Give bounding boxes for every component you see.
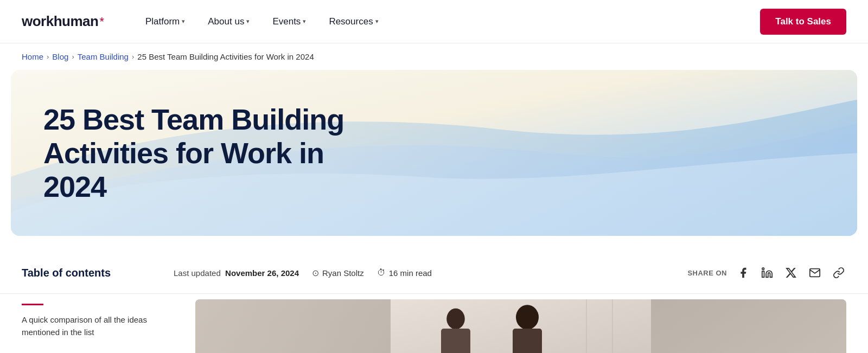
share-label: SHARE ON (687, 269, 727, 277)
copy-link-icon[interactable] (831, 265, 846, 280)
svg-point-6 (446, 309, 465, 329)
logo-wordmark: workhuman (22, 13, 98, 30)
read-time-label: 16 min read (389, 268, 432, 278)
svg-rect-7 (441, 329, 470, 353)
main-nav: workhuman* Platform ▾ About us ▾ Events … (0, 0, 868, 43)
hero-content: 25 Best Team Building Activities for Wor… (11, 70, 391, 236)
svg-rect-9 (513, 329, 542, 353)
breadcrumb-home[interactable]: Home (22, 52, 43, 61)
toc-item-1[interactable]: A quick comparison of all the ideas ment… (22, 314, 174, 338)
nav-item-about[interactable]: About us ▾ (199, 12, 258, 31)
author-info: ⊙ Ryan Stoltz (312, 268, 364, 278)
nav-item-resources[interactable]: Resources ▾ (320, 12, 387, 31)
svg-rect-4 (586, 299, 587, 353)
breadcrumb: Home › Blog › Team Building › 25 Best Te… (0, 43, 868, 70)
nav-resources-label: Resources (329, 16, 373, 27)
chevron-down-icon: ▾ (375, 18, 379, 25)
nav-item-platform[interactable]: Platform ▾ (137, 12, 194, 31)
facebook-share-icon[interactable] (736, 265, 751, 280)
read-time: ⏱ 16 min read (377, 268, 432, 278)
last-updated: Last updated November 26, 2024 (174, 268, 299, 278)
breadcrumb-sep-3: › (132, 53, 134, 61)
last-updated-prefix: Last updated (174, 268, 221, 278)
last-updated-date: November 26, 2024 (225, 268, 299, 278)
toc-content: A quick comparison of all the ideas ment… (22, 299, 174, 353)
nav-about-label: About us (208, 16, 244, 27)
breadcrumb-sep-1: › (47, 53, 49, 61)
breadcrumb-sep-2: › (72, 53, 74, 61)
nav-events-label: Events (272, 16, 301, 27)
clock-icon: ⏱ (377, 268, 386, 278)
toc-divider (22, 304, 43, 305)
meta-info: Last updated November 26, 2024 ⊙ Ryan St… (174, 268, 687, 278)
logo-star: * (99, 16, 104, 28)
breadcrumb-team-building[interactable]: Team Building (78, 52, 129, 61)
linkedin-share-icon[interactable] (760, 265, 775, 280)
hero-section: 25 Best Team Building Activities for Wor… (11, 70, 857, 236)
svg-rect-1 (762, 272, 764, 278)
chevron-down-icon: ▾ (182, 18, 185, 25)
email-share-icon[interactable] (807, 265, 822, 280)
breadcrumb-blog[interactable]: Blog (52, 52, 68, 61)
svg-rect-5 (612, 299, 613, 353)
logo[interactable]: workhuman* (22, 13, 104, 30)
nav-item-events[interactable]: Events ▾ (264, 12, 315, 31)
article-meta-bar: Table of contents Last updated November … (0, 252, 868, 294)
article-image (195, 299, 846, 353)
breadcrumb-current: 25 Best Team Building Activities for Wor… (137, 52, 314, 61)
hero-title: 25 Best Team Building Activities for Wor… (43, 102, 358, 203)
chevron-down-icon: ▾ (246, 18, 250, 25)
svg-point-8 (516, 305, 539, 330)
x-twitter-share-icon[interactable] (783, 265, 799, 280)
share-section: SHARE ON (687, 265, 846, 280)
bottom-section: A quick comparison of all the ideas ment… (0, 299, 868, 353)
toc-label: Table of contents (22, 267, 174, 279)
talk-to-sales-button[interactable]: Talk to Sales (760, 9, 846, 35)
share-icons (736, 265, 846, 280)
person-icon: ⊙ (312, 268, 319, 278)
author-name: Ryan Stoltz (322, 268, 364, 278)
nav-links: Platform ▾ About us ▾ Events ▾ Resources… (137, 12, 760, 31)
svg-point-2 (762, 268, 764, 270)
nav-platform-label: Platform (145, 16, 180, 27)
chevron-down-icon: ▾ (303, 18, 306, 25)
